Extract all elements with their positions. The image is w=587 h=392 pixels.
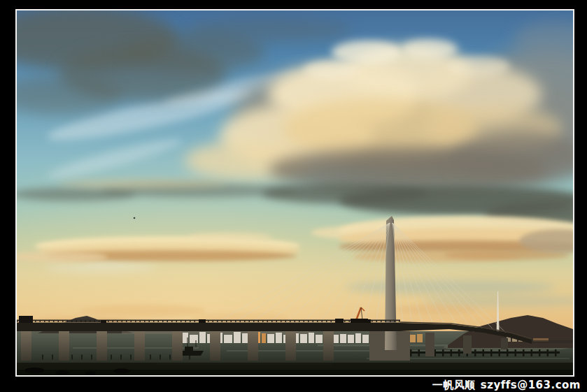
watermark-text: 一帆风顺 [432,379,476,391]
foreground-water [17,363,573,375]
watermark: 一帆风顺szyffs@163.com [432,378,581,392]
bird [134,217,136,219]
vehicle [335,319,344,323]
rocks [24,368,44,373]
rocks [55,370,69,375]
photo [17,10,573,375]
rocks [85,372,96,375]
photo-canvas: 一帆风顺szyffs@163.com [0,0,587,392]
gantry [19,316,33,323]
watermark-email: szyffs@163.com [481,379,581,391]
photo-frame [15,9,574,377]
vehicle [199,319,206,323]
rocks [113,369,130,374]
vehicle [101,320,106,323]
